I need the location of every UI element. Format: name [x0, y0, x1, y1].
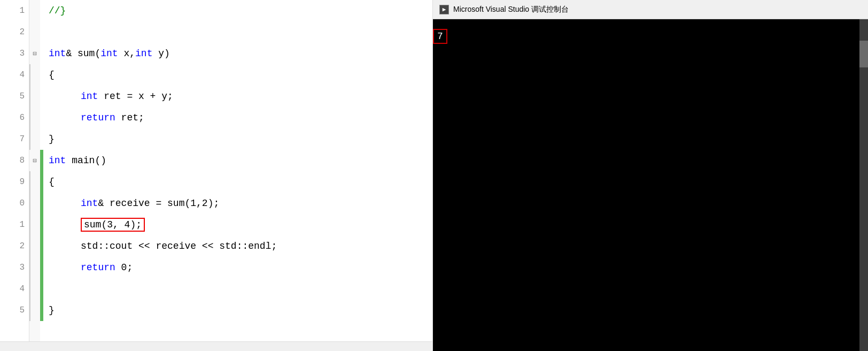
debug-console: ▶ Microsoft Visual Studio 调试控制台 7 — [433, 0, 868, 351]
code-line-9: { — [49, 171, 432, 193]
gutter-8[interactable]: ⊟ — [29, 150, 40, 171]
gutter-10 — [29, 193, 40, 214]
debug-title-bar: ▶ Microsoft Visual Studio 调试控制台 — [433, 0, 868, 19]
ln-7: 7 — [9, 128, 25, 150]
ln-5: 5 — [9, 86, 25, 107]
gutter-14 — [29, 278, 40, 300]
ln-12: 2 — [9, 235, 25, 257]
code-line-7: } — [49, 128, 432, 150]
code-line-12: std::cout << receive << std::endl; — [49, 235, 432, 257]
ln-10: 0 — [9, 193, 25, 214]
ln-1: 1 — [9, 0, 25, 21]
kw-return-6: return — [81, 112, 115, 123]
gutter-3[interactable]: ⊟ — [29, 43, 40, 64]
ln-14: 4 — [9, 278, 25, 300]
code-line-2 — [49, 21, 432, 43]
debug-output-value: 7 — [433, 29, 447, 44]
debug-scrollbar-thumb[interactable] — [859, 41, 868, 67]
gutter-9 — [29, 171, 40, 193]
code-line-8: int main() — [49, 150, 432, 171]
debug-output-area: 7 — [433, 19, 868, 351]
ln-9: 9 — [9, 171, 25, 193]
gutter-11 — [29, 214, 40, 235]
debug-scrollbar[interactable] — [859, 19, 868, 351]
gutter-4 — [29, 64, 40, 86]
collapse-icon-3[interactable]: ⊟ — [33, 50, 36, 58]
gutter-13 — [29, 257, 40, 278]
code-line-11: sum(3, 4); — [49, 214, 432, 235]
code-line-1: //} — [49, 0, 432, 21]
ln-8: 8 — [9, 150, 25, 171]
code-line-15: } — [49, 300, 432, 321]
gutter-12 — [29, 235, 40, 257]
kw-int-param-y: int — [135, 48, 152, 59]
debug-vs-icon: ▶ — [439, 5, 449, 14]
code-content: //} int& sum(int x,int y) { int ret = x … — [43, 0, 432, 341]
collapse-icon-8[interactable]: ⊟ — [33, 157, 36, 165]
kw-int-10: int — [81, 198, 98, 209]
highlighted-code-11: sum(3, 4); — [81, 218, 145, 232]
editor-gutter: ⊟ ⊟ — [29, 0, 40, 341]
ln-3: 3 — [9, 43, 25, 64]
ln-2: 2 — [9, 21, 25, 43]
line-numbers: 1 2 3 4 5 6 7 8 9 0 1 2 3 4 5 — [0, 0, 29, 341]
code-line-3: int& sum(int x,int y) — [49, 43, 432, 64]
gutter-6 — [29, 107, 40, 128]
kw-int-3: int — [49, 48, 66, 59]
code-line-4: { — [49, 64, 432, 86]
debug-title-text: Microsoft Visual Studio 调试控制台 — [453, 5, 569, 14]
code-line-10: int& receive = sum(1,2); — [49, 193, 432, 214]
ln-4: 4 — [9, 64, 25, 86]
kw-int-8: int — [49, 155, 66, 166]
gutter-15 — [29, 300, 40, 321]
code-line-13: return 0; — [49, 257, 432, 278]
code-line-5: int ret = x + y; — [49, 86, 432, 107]
editor-scrollbar[interactable] — [0, 341, 432, 351]
ln-6: 6 — [9, 107, 25, 128]
ln-11: 1 — [9, 214, 25, 235]
gutter-7 — [29, 128, 40, 150]
gutter-5 — [29, 86, 40, 107]
ln-15: 5 — [9, 300, 25, 321]
kw-int-param-x: int — [100, 48, 118, 59]
ln-13: 3 — [9, 257, 25, 278]
gutter-1 — [29, 0, 40, 21]
kw-return-13: return — [81, 262, 115, 273]
kw-int-5: int — [81, 91, 98, 102]
code-comment-1: //} — [49, 5, 66, 16]
code-editor: 1 2 3 4 5 6 7 8 9 0 1 2 3 4 5 ⊟ — [0, 0, 433, 351]
gutter-2 — [29, 21, 40, 43]
code-line-6: return ret; — [49, 107, 432, 128]
code-line-14 — [49, 278, 432, 300]
